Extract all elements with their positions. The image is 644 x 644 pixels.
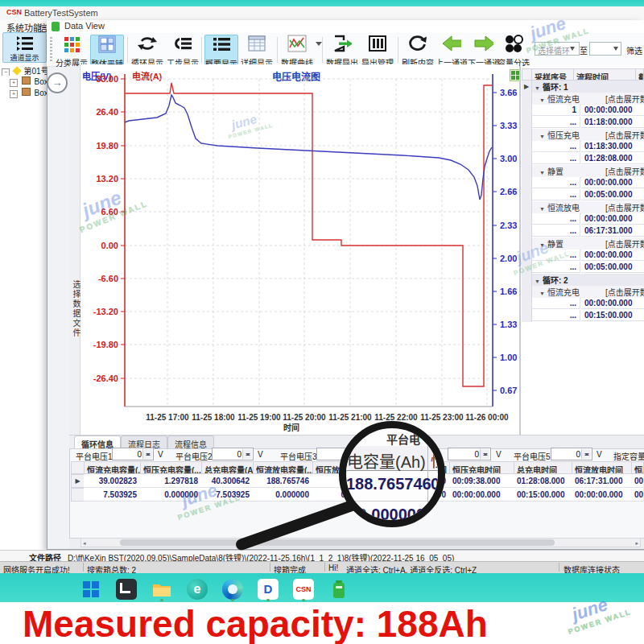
spinner-arrows-icon[interactable] (142, 449, 152, 459)
data-row[interactable]: ...00:15:00.000 (522, 310, 644, 322)
curve-dropdown-caret[interactable] (316, 42, 322, 49)
cell[interactable]: 00:09:38.000 (449, 474, 514, 488)
chevron-down-icon[interactable] (570, 47, 575, 53)
taskbar-app-d[interactable]: D (258, 579, 279, 600)
spinner-arrows-icon[interactable] (581, 449, 591, 459)
platform-v5-input[interactable]: 0 (551, 448, 592, 460)
data-row[interactable]: ...00:05:00.000 (522, 189, 644, 201)
result-banner: Measured capacity: 188Ah (0, 602, 644, 644)
header-sample-seq[interactable]: 采样序号 (531, 68, 574, 80)
bh-cv-discharge-time[interactable]: 恒压放 (631, 461, 644, 474)
cell[interactable]: 06:17:31.000 (572, 474, 632, 488)
bh-total-charge-time[interactable]: 总充电时间 (514, 461, 572, 474)
windows-icon (80, 579, 101, 600)
taskbar-app-dark[interactable] (116, 579, 137, 600)
file-path-bar: 文件路径 D:\ff\KeXin BST(2020.09.05)\SampleD… (0, 550, 644, 562)
svg-text:3.33: 3.33 (500, 121, 517, 130)
bh-total-charge-cap[interactable]: 总充电容量(Ah) (201, 461, 254, 474)
svg-text:26.40: 26.40 (96, 107, 118, 117)
toolbar-next-channel-button[interactable]: 下一通道 (467, 35, 501, 65)
scroll-left-icon[interactable]: ◂ (83, 540, 86, 547)
toolbar-tile-button[interactable]: 整体平铺 (90, 35, 124, 65)
cell[interactable]: 1.297818 (140, 474, 202, 488)
bh-cc-discharge-time[interactable]: 恒流放电时间 (572, 461, 632, 474)
tab-process-info[interactable]: 流程信息 (167, 436, 214, 449)
platform-v4-input[interactable]: 0 (448, 448, 491, 460)
bh-cv-charge-time[interactable]: 恒压充电时间 (449, 461, 514, 474)
data-row[interactable]: ...01:18:00.000 (522, 117, 644, 129)
data-row[interactable]: ...00:00:00.000 (522, 177, 644, 189)
cell[interactable]: 39.002823 (84, 474, 141, 488)
horizontal-scrollbar[interactable]: ◂ ▸ (80, 538, 641, 547)
channel-display-button[interactable]: 通道显示 (2, 32, 47, 63)
filter-button[interactable]: 筛选 (626, 44, 642, 56)
cell[interactable]: 00: (631, 488, 644, 502)
cell[interactable]: 7.503925 (201, 488, 254, 502)
taskbar-edge[interactable] (222, 579, 243, 600)
cell[interactable]: 00:00:00.000 (449, 488, 514, 502)
cell[interactable]: 7.503925 (84, 488, 141, 502)
svg-text:1.00: 1.00 (500, 353, 517, 362)
data-row[interactable]: ...00:00:00.000 (522, 298, 644, 310)
taskbar-browser-e[interactable]: e (187, 579, 208, 600)
toolbar-classify-button[interactable]: 分类展示 (55, 35, 89, 65)
tree-item-box2[interactable]: + Box (10, 88, 47, 98)
step-row[interactable]: ▼恒压充电[点击展开数 (522, 129, 644, 142)
cell[interactable]: 00:15:00.000 (514, 488, 572, 502)
platform-v2-input[interactable]: 0 (212, 448, 254, 460)
data-row[interactable]: ...01:18:30.000 (522, 141, 644, 153)
data-row[interactable]: ...00:00:00.000 (522, 250, 644, 262)
toolbar-refresh-button[interactable]: 刷新内容 (401, 35, 435, 65)
toolbar-separator (277, 37, 278, 63)
taskbar-battery-app[interactable] (328, 579, 349, 600)
toolbar-step-view-button[interactable]: 工步显示 (166, 35, 200, 65)
step-row[interactable]: ▼静置[点击展开数 (522, 165, 644, 178)
cycle-group-row[interactable]: ▼循环: 2 (522, 274, 644, 287)
cell[interactable]: 00: (631, 474, 644, 488)
data-row[interactable]: ...01:28:08.000 (522, 153, 644, 165)
tree-item-device[interactable]: − 第01号 (2, 64, 47, 76)
bh-cc-charge-cap[interactable]: 恒流充电容量(... (84, 461, 141, 474)
toolbar-cycle-view-button[interactable]: 循环显示 (130, 35, 164, 65)
scroll-right-icon[interactable]: ▸ (635, 540, 638, 547)
spinner-arrows-icon[interactable] (242, 449, 252, 459)
voltage-curve (125, 95, 492, 200)
header-cutoff[interactable]: 截止 (635, 68, 644, 80)
toolbar-prev-channel-button[interactable]: 上一通道 (435, 35, 469, 65)
step-row[interactable]: ▼恒流充电[点击展开数 (522, 286, 644, 299)
platform-v1-input[interactable]: 0 (112, 448, 154, 460)
toolbar-curve-button[interactable]: 数据曲线 (280, 35, 314, 65)
data-row[interactable]: ...00:05:00.000 (522, 262, 644, 274)
step-row[interactable]: ▼恒流放电[点击展开数 (522, 201, 644, 214)
toolbar-capacity-sort-button[interactable]: 容量分选 (497, 35, 530, 65)
toolbar-export-manage-button[interactable]: 导出管理 (361, 35, 394, 65)
scrollbar-thumb[interactable] (120, 539, 555, 546)
step-row[interactable]: ▼静置[点击展开数 (522, 237, 644, 250)
cell[interactable]: 00:00:00.000 (572, 488, 632, 502)
tree-item-box1[interactable]: + Box (10, 76, 47, 87)
collapse-panel-button[interactable]: → (47, 72, 68, 93)
export-arrow-icon (332, 35, 352, 52)
cell[interactable]: 0.000000 (253, 488, 313, 502)
cell[interactable]: 188.765746 (253, 474, 313, 488)
next-arrow-icon (474, 35, 493, 52)
bh-cv-charge-cap[interactable]: 恒压充电容量(... (140, 461, 202, 474)
taskbar-csn-app[interactable]: CSN (293, 579, 314, 600)
data-row[interactable]: ...06:17:31.000 (522, 225, 644, 237)
spinner-arrows-icon[interactable] (480, 449, 489, 459)
cycle-group-row[interactable]: ▶▼循环: 1 (522, 80, 644, 93)
taskbar-file-explorer[interactable] (151, 579, 172, 600)
toolbar-detail-button[interactable]: 详细显示 (240, 35, 274, 65)
data-row[interactable]: ...00:00:00.000 (522, 213, 644, 225)
bh-cc-discharge-cap[interactable]: 恒流放电容量(... (253, 461, 313, 474)
step-row[interactable]: ▼恒流充电[点击展开数 (522, 93, 644, 105)
data-row[interactable]: 100:00:00.000 (522, 105, 644, 117)
chevron-down-icon[interactable] (613, 47, 618, 53)
taskbar-start-button[interactable] (80, 579, 101, 600)
toolbar-export-button[interactable]: 数据导出 (325, 35, 359, 65)
cell[interactable]: 0.000000 (140, 488, 202, 502)
cell[interactable]: 01:28:08.000 (514, 474, 572, 488)
toolbar-summary-button[interactable]: 概要显示 (204, 35, 238, 65)
header-process-time[interactable]: 流程时间 (573, 68, 636, 80)
cell[interactable]: 40.300642 (201, 474, 254, 488)
